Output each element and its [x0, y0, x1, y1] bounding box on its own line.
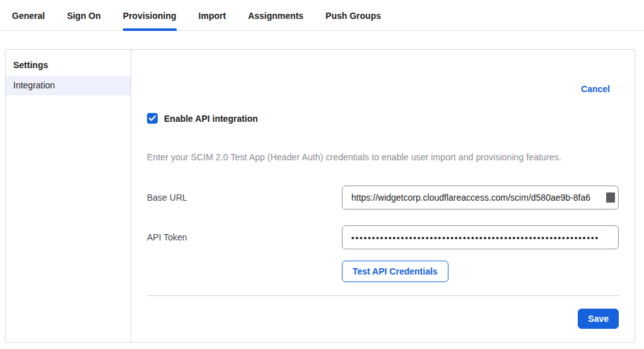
enable-api-label: Enable API integration — [164, 114, 258, 124]
api-token-input-wrap — [342, 225, 619, 249]
api-token-row: API Token — [147, 225, 619, 249]
tab-general[interactable]: General — [12, 0, 45, 31]
save-button[interactable]: Save — [578, 309, 619, 329]
test-credentials-row: Test API Credentials — [147, 261, 619, 282]
base-url-label: Base URL — [147, 192, 342, 203]
sidebar-heading: Settings — [6, 54, 131, 76]
base-url-input[interactable] — [342, 186, 619, 210]
api-token-input[interactable] — [342, 225, 619, 249]
base-url-row: Base URL — [147, 186, 619, 210]
sidebar-item-integration[interactable]: Integration — [6, 76, 131, 95]
cancel-row: Cancel — [147, 83, 619, 95]
enable-api-row: Enable API integration — [147, 113, 619, 124]
enable-api-checkbox[interactable] — [147, 113, 158, 124]
integration-form: Cancel Enable API integration Enter your… — [131, 50, 635, 342]
provisioning-panel: Settings Integration Cancel Enable API i… — [5, 49, 635, 343]
checkmark-icon — [149, 115, 156, 121]
tab-import[interactable]: Import — [199, 0, 226, 31]
settings-sidebar: Settings Integration — [6, 50, 131, 342]
save-row: Save — [147, 309, 619, 329]
text-cursor — [606, 192, 615, 203]
tab-provisioning[interactable]: Provisioning — [123, 0, 177, 31]
footer-divider — [147, 295, 619, 296]
tab-sign-on[interactable]: Sign On — [67, 0, 101, 31]
tab-assignments[interactable]: Assignments — [248, 0, 303, 31]
base-url-input-wrap — [342, 186, 619, 210]
tab-push-groups[interactable]: Push Groups — [325, 0, 381, 31]
api-token-label: API Token — [147, 232, 342, 242]
credentials-description: Enter your SCIM 2.0 Test App (Header Aut… — [147, 152, 619, 162]
test-api-credentials-button[interactable]: Test API Credentials — [342, 261, 448, 282]
app-tab-bar: General Sign On Provisioning Import Assi… — [0, 0, 644, 31]
cancel-link[interactable]: Cancel — [581, 84, 610, 94]
